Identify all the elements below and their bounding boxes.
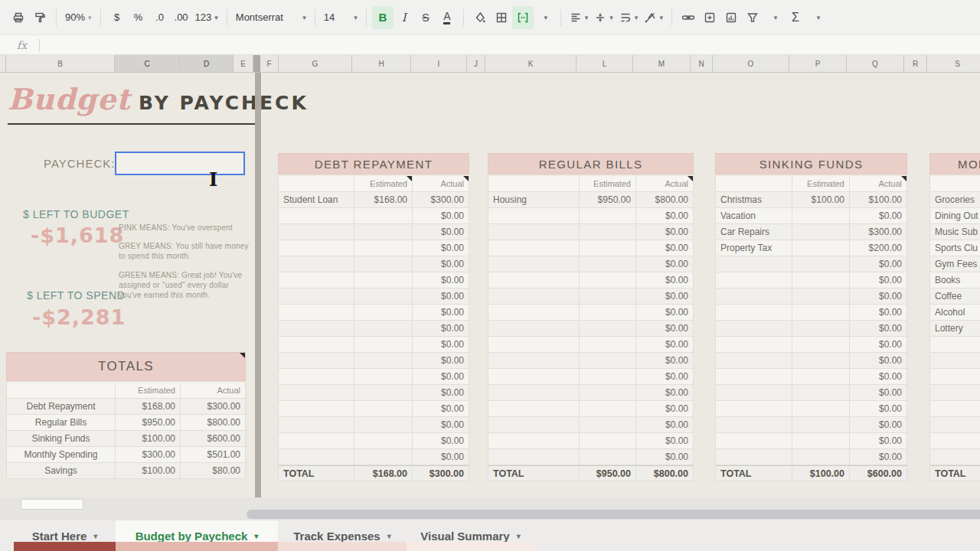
table-monthly-spending-cell-r1c0[interactable]: Dining Out [930, 208, 980, 224]
table-regular-bills-cell-r4c1[interactable] [580, 256, 636, 272]
table-regular-bills-colheader-Actual[interactable]: Actual [636, 176, 694, 192]
table-regular-bills-cell-r15c0[interactable] [488, 433, 580, 449]
insert-link-icon[interactable] [678, 6, 699, 29]
table-totals-cell-r3c0[interactable]: Monthly Spending [7, 447, 116, 463]
table-regular-bills-cell-r14c0[interactable] [488, 417, 580, 433]
table-debt-repayment-colheader-Estimated[interactable]: Estimated [354, 176, 413, 192]
table-sinking-funds-cell-r12c2[interactable]: $0.00 [850, 385, 907, 401]
table-regular-bills-cell-r12c0[interactable] [488, 385, 580, 401]
table-monthly-spending-cell-r2c0[interactable]: Music Sub [930, 224, 980, 240]
table-regular-bills-cell-r1c0[interactable] [488, 208, 580, 224]
table-sinking-funds-cell-r5c1[interactable] [792, 272, 850, 289]
font-size-select[interactable]: 14 ▾ [321, 6, 361, 29]
table-sinking-funds-total-c0[interactable]: TOTAL [716, 465, 792, 481]
table-totals-cell-r0c0[interactable]: Debt Repayment [7, 399, 116, 415]
text-color-button[interactable]: A [436, 6, 458, 29]
column-header-C[interactable]: C [115, 55, 180, 72]
table-sinking-funds-cell-r16c0[interactable] [716, 449, 792, 465]
table-debt-repayment-cell-r15c0[interactable] [279, 433, 354, 449]
table-regular-bills-cell-r13c0[interactable] [488, 401, 580, 417]
table-title-monthly-spending[interactable]: MONTHLY SPENDING [929, 153, 980, 174]
table-monthly-spending-cell-r13c0[interactable] [930, 401, 980, 417]
left-to-spend-value[interactable]: -$2,281 [32, 305, 126, 329]
table-sinking-funds-cell-r3c2[interactable]: $200.00 [850, 240, 907, 256]
table-title-debt-repayment[interactable]: DEBT REPAYMENT [278, 153, 469, 174]
table-regular-bills-cell-r0c1[interactable]: $950.00 [580, 192, 636, 208]
table-debt-repayment-cell-r5c1[interactable] [354, 272, 413, 289]
table-debt-repayment-cell-r10c2[interactable]: $0.00 [413, 353, 469, 369]
table-sinking-funds-cell-r0c1[interactable]: $100.00 [792, 192, 850, 208]
column-header-I[interactable]: I [411, 55, 467, 72]
table-totals-cell-r2c0[interactable]: Sinking Funds [7, 431, 116, 447]
table-regular-bills-cell-r12c1[interactable] [580, 385, 636, 401]
table-title-totals[interactable]: TOTALS [6, 352, 246, 381]
table-monthly-spending-cell-r3c0[interactable]: Sports Clu [930, 240, 980, 256]
table-monthly-spending-total-c0[interactable]: TOTAL [930, 465, 980, 481]
table-totals-cell-r2c1[interactable]: $100.00 [116, 431, 181, 447]
table-sinking-funds-cell-r6c0[interactable] [716, 289, 792, 305]
table-sinking-funds-cell-r7c0[interactable] [716, 305, 792, 321]
table-debt-repayment-cell-r11c1[interactable] [354, 369, 413, 385]
percent-format-button[interactable]: % [128, 6, 149, 29]
paycheck-input-cell[interactable] [115, 152, 245, 175]
font-family-select[interactable]: Montserrat ▾ [233, 6, 309, 29]
left-to-budget-label[interactable]: $ LEFT TO BUDGET [23, 208, 129, 220]
paint-format-icon[interactable] [29, 6, 51, 29]
sheet-tab-budget-by-paycheck[interactable]: Budget by Paycheck▾ [116, 520, 278, 551]
table-sinking-funds-colheader-Actual[interactable]: Actual [850, 176, 907, 192]
column-header-J[interactable]: J [467, 55, 485, 72]
table-debt-repayment-total-c2[interactable]: $300.00 [413, 465, 469, 481]
table-debt-repayment-cell-r12c1[interactable] [354, 385, 413, 401]
table-regular-bills-cell-r9c0[interactable] [488, 337, 580, 353]
table-debt-repayment-cell-r2c0[interactable] [279, 224, 354, 240]
table-monthly-spending-cell-r8c0[interactable]: Lottery [930, 321, 980, 337]
table-totals-colheader-Actual[interactable]: Actual [181, 383, 246, 399]
table-debt-repayment-cell-r3c1[interactable] [354, 240, 413, 256]
table-debt-repayment-cell-r16c2[interactable]: $0.00 [413, 449, 469, 465]
table-debt-repayment-cell-r8c2[interactable]: $0.00 [413, 321, 469, 337]
table-debt-repayment-cell-r15c1[interactable] [354, 433, 413, 449]
filter-options-dropdown[interactable]: ▾ [763, 6, 785, 29]
table-sinking-funds-cell-r11c1[interactable] [792, 369, 850, 385]
print-icon[interactable] [8, 6, 29, 29]
sheet-tab-start-here[interactable]: Start Here▾ [14, 520, 116, 551]
table-debt-repayment-cell-r0c2[interactable]: $300.00 [413, 192, 469, 208]
text-wrap-icon[interactable]: ▾ [616, 6, 642, 29]
table-sinking-funds-cell-r2c2[interactable]: $300.00 [850, 224, 907, 240]
text-rotation-icon[interactable]: ▾ [641, 6, 666, 29]
table-sinking-funds-cell-r14c1[interactable] [792, 417, 850, 433]
table-regular-bills-cell-r7c1[interactable] [580, 305, 636, 321]
sheet-tab-visual-summary[interactable]: Visual Summary▾ [407, 520, 534, 551]
table-debt-repayment-cell-r12c2[interactable]: $0.00 [413, 385, 469, 401]
table-sinking-funds-cell-r2c1[interactable] [792, 224, 850, 240]
table-sinking-funds-cell-r13c2[interactable]: $0.00 [850, 401, 907, 417]
table-totals-cell-r1c0[interactable]: Regular Bills [7, 415, 116, 431]
table-regular-bills-cell-r2c0[interactable] [488, 224, 580, 240]
table-totals-cell-r4c0[interactable]: Savings [7, 463, 116, 479]
table-debt-repayment-cell-r4c0[interactable] [279, 256, 354, 272]
table-sinking-funds-cell-r11c2[interactable]: $0.00 [850, 369, 907, 385]
paycheck-label[interactable]: PAYCHECK: [44, 157, 115, 170]
table-debt-repayment-cell-r5c0[interactable] [279, 272, 354, 289]
table-sinking-funds-cell-r15c0[interactable] [716, 433, 792, 449]
table-debt-repayment-cell-r7c0[interactable] [279, 305, 354, 321]
italic-button[interactable]: I [394, 6, 415, 29]
table-sinking-funds-cell-r4c0[interactable] [716, 256, 792, 272]
table-regular-bills-cell-r11c0[interactable] [488, 369, 580, 385]
table-monthly-spending-cell-r0c0[interactable]: Groceries [930, 192, 980, 208]
table-monthly-spending-cell-r4c0[interactable]: Gym Fees [930, 256, 980, 272]
formula-bar[interactable]: fx [0, 34, 980, 55]
table-title-sinking-funds[interactable]: SINKING FUNDS [715, 153, 907, 174]
table-totals-cell-r3c1[interactable]: $300.00 [116, 447, 181, 463]
table-debt-repayment-cell-r6c0[interactable] [279, 289, 354, 305]
more-formats-button[interactable]: 123▾ [192, 6, 221, 29]
table-debt-repayment-cell-r12c0[interactable] [279, 385, 354, 401]
table-sinking-funds-cell-r3c1[interactable] [792, 240, 850, 256]
table-sinking-funds-cell-r13c0[interactable] [716, 401, 792, 417]
table-regular-bills-cell-r5c1[interactable] [580, 272, 636, 289]
chevron-down-icon[interactable]: ▾ [254, 532, 258, 540]
table-debt-repayment-cell-r16c1[interactable] [354, 449, 413, 465]
table-debt-repayment-cell-r0c1[interactable]: $168.00 [354, 192, 413, 208]
table-sinking-funds-cell-r9c2[interactable]: $0.00 [850, 337, 907, 353]
column-header-F[interactable]: F [260, 55, 279, 72]
